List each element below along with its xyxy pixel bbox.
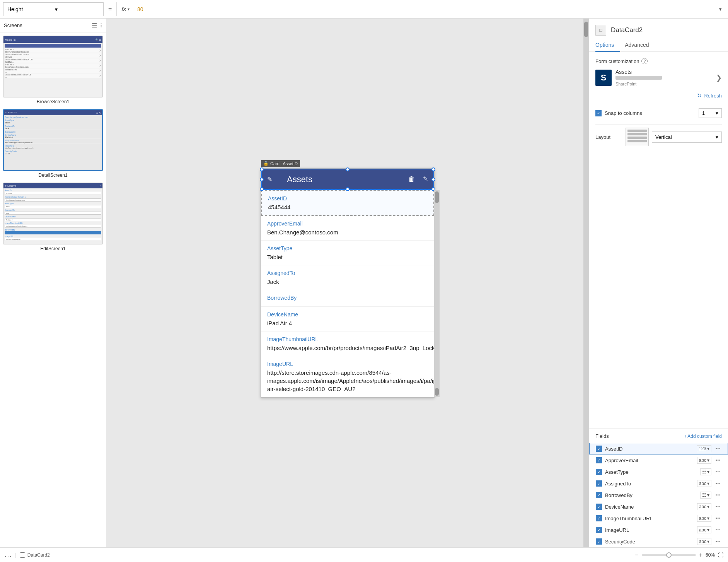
field-borrowedby[interactable]: BorrowedBy — [261, 290, 434, 307]
detail-screen-thumbnail: ← ASSETS ☷ ✎ Ben.change@contoso.com Asse… — [3, 109, 103, 171]
field-more-devicename[interactable]: ⋯ — [714, 504, 721, 510]
field-row-devicename[interactable]: ✓ DeviceName abc ▾ ⋯ — [589, 501, 728, 512]
field-type-borrowedby[interactable]: ☷ ▾ — [700, 492, 711, 499]
screens-panel: Screens ☰ ⁝ ASSETS🔍 ☷ iPad Air 2Ben.Chan… — [0, 19, 106, 547]
vertical-scrollbar[interactable] — [583, 19, 589, 547]
edit-icon[interactable]: ✎ — [423, 175, 428, 183]
screen-item-browse[interactable]: ASSETS🔍 ☷ iPad Air 2Ben.Change@contoso.c… — [3, 36, 103, 106]
layout-line-2 — [627, 133, 647, 135]
bottom-bar: ... | DataCard2 − + 60% ⛶ — [0, 547, 728, 562]
datacard-icon: □ — [595, 25, 606, 36]
zoom-slider[interactable] — [642, 554, 696, 556]
handle-tc[interactable] — [346, 167, 350, 171]
field-row-borrowedby[interactable]: ✓ BorrowedBy ☷ ▾ ⋯ — [589, 489, 728, 501]
field-checkbox-approveremail[interactable]: ✓ — [596, 457, 602, 463]
screen-item-edit[interactable]: ✖ ASSETS ✓ AssetID 4545444 ApproverEmail… — [3, 183, 103, 253]
field-type-imageurl[interactable]: abc ▾ — [697, 526, 711, 533]
field-imageurl[interactable]: ImageURL http://store.storeimages.cdn-ap… — [261, 356, 434, 397]
field-approveremail[interactable]: ApproverEmail Ben.Change@contoso.com — [261, 216, 434, 241]
screens-grid-icon[interactable]: ⁝ — [100, 22, 102, 29]
snap-checkbox[interactable]: ✓ — [595, 110, 602, 116]
field-imagethumbnailurl[interactable]: ImageThumbnailURL https://www.apple.com/… — [261, 331, 434, 356]
field-type-label-assettype: ☷ — [702, 469, 706, 475]
field-more-approveremail[interactable]: ⋯ — [714, 457, 721, 463]
divider-1 — [595, 105, 722, 105]
field-checkbox-devicename[interactable]: ✓ — [596, 504, 602, 510]
datasource-chevron-icon[interactable]: ❯ — [716, 73, 722, 82]
breadcrumb-checkbox[interactable] — [20, 552, 25, 558]
field-row-approveremail[interactable]: ✓ ApproverEmail abc ▾ ⋯ — [589, 454, 728, 466]
snap-row: ✓ Snap to columns 1 ▾ — [595, 108, 722, 118]
layout-dropdown[interactable]: Vertical ▾ — [652, 132, 722, 143]
field-checkbox-imagethumbnailurl[interactable]: ✓ — [596, 515, 602, 521]
field-more-assettype[interactable]: ⋯ — [714, 469, 721, 475]
fx-button[interactable]: fx ▾ — [116, 2, 134, 16]
expand-icon[interactable]: ⛶ — [718, 552, 723, 558]
field-row-imageurl[interactable]: ✓ ImageURL abc ▾ ⋯ — [589, 524, 728, 536]
zoom-slider-thumb[interactable] — [666, 552, 672, 558]
field-checkbox-borrowedby[interactable]: ✓ — [596, 492, 602, 498]
field-type-label-assetid: 123 — [699, 446, 706, 451]
field-checkbox-assignedto[interactable]: ✓ — [596, 480, 602, 487]
screens-list-icon[interactable]: ☰ — [92, 22, 97, 29]
add-custom-field-button[interactable]: + Add custom field — [684, 434, 722, 439]
field-type-assettype[interactable]: ☷ ▾ — [700, 468, 711, 475]
field-name-imageurl: ImageURL — [605, 527, 694, 533]
field-row-assettype[interactable]: ✓ AssetType ☷ ▾ ⋯ — [589, 466, 728, 478]
field-name-borrowedby: BorrowedBy — [605, 492, 697, 498]
field-assettype[interactable]: AssetType Tablet — [261, 241, 434, 265]
tab-advanced[interactable]: Advanced — [625, 39, 655, 51]
layout-preview — [626, 128, 649, 146]
field-more-imagethumbnailurl[interactable]: ⋯ — [714, 515, 721, 521]
snap-label: Snap to columns — [605, 110, 696, 116]
field-assignedto[interactable]: AssignedTo Jack — [261, 265, 434, 290]
formula-input[interactable] — [134, 2, 716, 16]
field-name-assettype: AssetType — [605, 469, 697, 475]
field-row-imagethumbnailurl[interactable]: ✓ ImageThumbnailURL abc ▾ ⋯ — [589, 512, 728, 524]
formula-chevron-icon[interactable]: ▾ — [716, 6, 725, 12]
refresh-row[interactable]: ↻ Refresh — [595, 92, 722, 99]
field-type-assignedto[interactable]: abc ▾ — [697, 480, 711, 487]
field-type-devicename[interactable]: abc ▾ — [697, 503, 711, 510]
field-type-label-approveremail: abc — [699, 458, 706, 463]
handle-mr[interactable] — [431, 178, 435, 181]
field-label-borrowedby: BorrowedBy — [267, 295, 428, 301]
field-assetid[interactable]: AssetID 4545444 — [261, 190, 434, 216]
field-checkbox-assettype[interactable]: ✓ — [596, 469, 602, 475]
field-checkbox-securitycode[interactable]: ✓ — [596, 538, 602, 545]
help-icon[interactable]: ? — [641, 58, 648, 64]
field-checkbox-imageurl[interactable]: ✓ — [596, 527, 602, 533]
field-type-securitycode[interactable]: abc ▾ — [697, 538, 711, 545]
data-source-type: SharePoint — [615, 82, 712, 86]
handle-ml[interactable] — [260, 178, 264, 181]
field-more-borrowedby[interactable]: ⋯ — [714, 492, 721, 498]
property-selector[interactable]: Height ▾ — [3, 2, 104, 16]
zoom-minus-button[interactable]: − — [635, 552, 638, 559]
field-checkbox-assetid[interactable]: ✓ — [596, 446, 602, 452]
tab-options[interactable]: Options — [595, 39, 620, 52]
field-row-assignedto[interactable]: ✓ AssignedTo abc ▾ ⋯ — [589, 478, 728, 489]
field-row-securitycode[interactable]: ✓ SecurityCode abc ▾ ⋯ — [589, 536, 728, 547]
field-more-imageurl[interactable]: ⋯ — [714, 527, 721, 533]
snap-columns-dropdown[interactable]: 1 ▾ — [699, 108, 722, 118]
field-label-assettype: AssetType — [267, 245, 428, 251]
field-devicename[interactable]: DeviceName iPad Air 4 — [261, 307, 434, 331]
handle-tl[interactable] — [260, 167, 264, 171]
field-more-assignedto[interactable]: ⋯ — [714, 480, 721, 487]
browse-screen-thumbnail: ASSETS🔍 ☷ iPad Air 2Ben.Change@contoso.c… — [3, 36, 103, 97]
field-type-assetid[interactable]: 123 ▾ — [697, 445, 711, 452]
form-scrollbar[interactable] — [434, 190, 440, 397]
data-source-name: Assets — [615, 69, 712, 75]
field-row-assetid[interactable]: ✓ AssetID 123 ▾ ⋯ — [589, 443, 728, 454]
zoom-plus-button[interactable]: + — [699, 552, 702, 559]
delete-icon[interactable]: 🗑 — [408, 175, 415, 183]
screen-item-detail[interactable]: ← ASSETS ☷ ✎ Ben.change@contoso.com Asse… — [3, 109, 103, 179]
pencil-icon[interactable]: ✎ — [267, 176, 272, 183]
field-more-securitycode[interactable]: ⋯ — [714, 538, 721, 545]
field-type-chevron-devicename: ▾ — [707, 504, 709, 509]
handle-tr[interactable] — [431, 167, 435, 171]
more-options-button[interactable]: ... — [5, 552, 12, 559]
field-more-assetid[interactable]: ⋯ — [714, 446, 721, 452]
field-type-approveremail[interactable]: abc ▾ — [697, 457, 711, 464]
field-type-imagethumbnailurl[interactable]: abc ▾ — [697, 515, 711, 522]
